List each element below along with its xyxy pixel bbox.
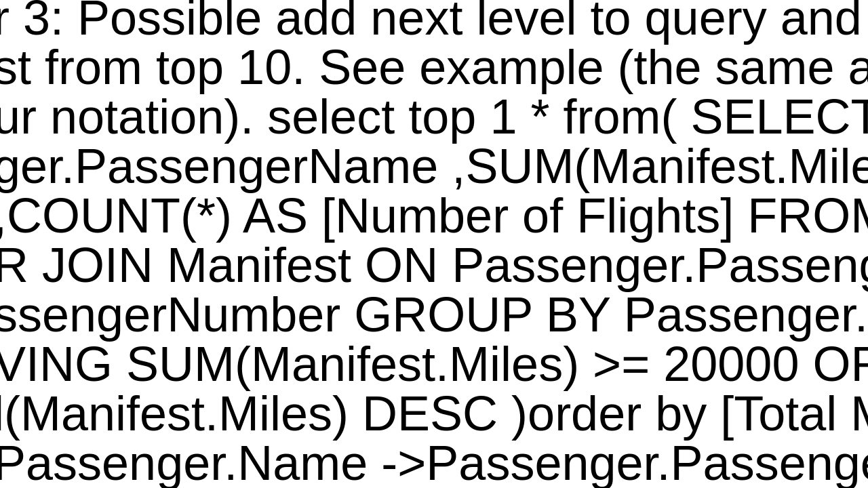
line-8: VING SUM(Manifest.Miles) >= 20000 ORDER bbox=[0, 340, 868, 389]
line-3: ur notation). select top 1 * from( SELEC… bbox=[0, 92, 868, 142]
main-content: r 3: Possible add next level to query an… bbox=[0, 0, 868, 488]
line-10: Passenger.Name ->Passenger.PassengerName bbox=[0, 439, 868, 488]
line-9: l(Manifest.Miles) DESC )order by [Total … bbox=[0, 389, 868, 439]
line-5: ,COUNT(*) AS [Number of Flights] FROM Pa bbox=[0, 191, 868, 241]
line-1: r 3: Possible add next level to query an… bbox=[0, 0, 868, 43]
line-4: ger.PassengerName ,SUM(Manifest.Miles) A bbox=[0, 142, 868, 191]
code-text-block: r 3: Possible add next level to query an… bbox=[0, 0, 868, 488]
line-6: R JOIN Manifest ON Passenger.PassengerNu… bbox=[0, 241, 868, 290]
line-7: ssengerNumber GROUP BY Passenger.Pass bbox=[0, 290, 868, 340]
line-2: st from top 10. See example (the same as… bbox=[0, 43, 868, 92]
